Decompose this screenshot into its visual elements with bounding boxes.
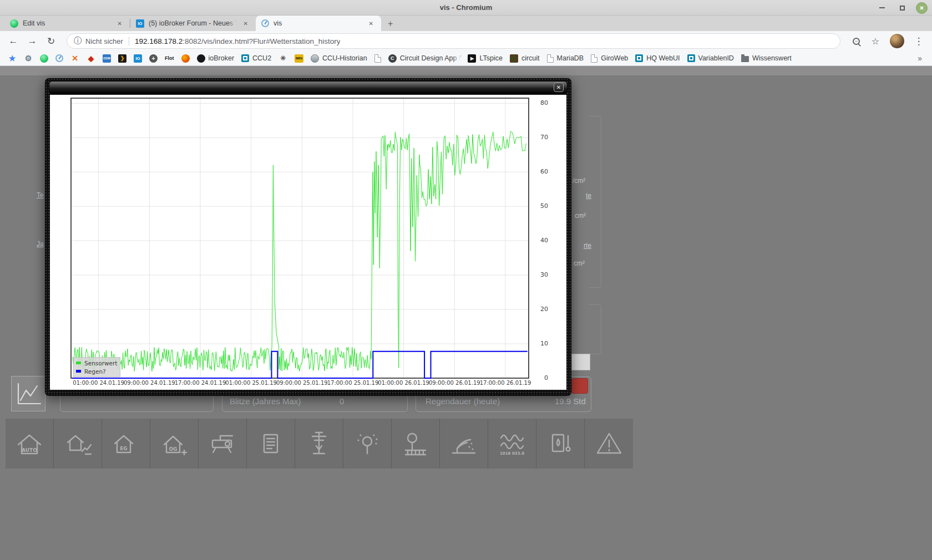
bookmark-plus[interactable]: + bbox=[149, 54, 158, 63]
bookmark-label: CCU-Historian bbox=[322, 54, 367, 62]
house-auto-icon: AUTO bbox=[14, 428, 45, 459]
bg-value-regendauer: 19.9 Std bbox=[555, 396, 586, 406]
star-blue-icon: ★ bbox=[8, 54, 17, 63]
new-tab-button[interactable]: + bbox=[381, 19, 399, 31]
bookmark-label: circuit bbox=[521, 54, 540, 62]
bookmark-gauge[interactable] bbox=[55, 54, 63, 62]
bg-button-fragment bbox=[571, 354, 590, 370]
bookmark-imdb[interactable]: IMDb bbox=[295, 54, 303, 63]
bookmark-flot[interactable]: Flot bbox=[165, 54, 174, 63]
io-icon: IO bbox=[134, 54, 142, 63]
bookmark-star[interactable]: ★ bbox=[8, 54, 17, 63]
window-restore-button[interactable] bbox=[896, 2, 908, 14]
bookmark-osm[interactable]: OSM bbox=[103, 54, 111, 63]
page-viewport: Te Ja /cm² te cm² rte cm² Blitze (Jahres… bbox=[0, 66, 932, 560]
omnibox-divider bbox=[129, 37, 129, 45]
bookmark-hq-webui[interactable]: HQ WebUI bbox=[635, 54, 680, 62]
bookmark-label: LTspice bbox=[479, 54, 502, 62]
bg-container-edge-1 bbox=[589, 116, 601, 288]
tab-vis[interactable]: vis✕ bbox=[256, 16, 381, 31]
dialog-titlebar[interactable]: ✕ bbox=[49, 81, 568, 94]
bookmark-label: GiroWeb bbox=[601, 54, 628, 62]
warning-icon bbox=[594, 428, 625, 459]
window-close-button[interactable]: ✕ bbox=[916, 2, 928, 14]
green-dot-icon bbox=[10, 19, 18, 28]
vis-nav-house-eg[interactable]: EG bbox=[102, 419, 150, 469]
bookmark-ltspice[interactable]: ▶LTspice bbox=[468, 54, 502, 63]
bookmark-ccu-historian[interactable]: CCU-Historian bbox=[311, 54, 367, 63]
tab-close-icon[interactable]: ✕ bbox=[367, 19, 376, 28]
svg-text:1018 033.8: 1018 033.8 bbox=[500, 451, 524, 456]
vis-nav-weather-station[interactable] bbox=[295, 419, 343, 469]
reload-button[interactable]: ↻ bbox=[43, 33, 59, 49]
teal-box-icon bbox=[635, 54, 643, 62]
vis-nav-printer[interactable] bbox=[247, 419, 295, 469]
bookmark-star-icon[interactable]: ☆ bbox=[868, 33, 883, 49]
bookmark-label: CCU2 bbox=[252, 54, 271, 62]
zoom-indicator-icon[interactable]: − bbox=[853, 38, 860, 45]
bookmark-wissenswert[interactable]: Wissenswert bbox=[741, 54, 792, 62]
page-icon bbox=[547, 54, 554, 63]
vis-nav-heating[interactable] bbox=[536, 419, 585, 469]
bookmark-diamond[interactable]: ◆ bbox=[87, 54, 95, 63]
window-title: vis - Chromium bbox=[0, 3, 932, 12]
fox-icon bbox=[181, 54, 190, 63]
bookmark-io[interactable]: IO bbox=[134, 54, 142, 63]
bookmark-orange-x[interactable]: ✕ bbox=[70, 54, 79, 63]
bookmark-gear[interactable]: ⚙ bbox=[24, 54, 33, 63]
printer-icon bbox=[255, 428, 286, 459]
back-button[interactable]: ← bbox=[6, 33, 21, 49]
bookmark-variablenid[interactable]: VariablenID bbox=[687, 54, 734, 62]
bookmark-circuit-design-app[interactable]: CCircuit Design App f bbox=[388, 54, 461, 63]
dialog-close-button[interactable]: ✕ bbox=[554, 83, 564, 92]
tab-close-icon[interactable]: ✕ bbox=[115, 19, 124, 28]
vis-nav-house-status[interactable] bbox=[54, 419, 102, 469]
bookmark-fox[interactable] bbox=[181, 54, 190, 63]
vis-nav-house-og[interactable]: OG bbox=[150, 419, 199, 469]
bookmark-giroweb[interactable]: GiroWeb bbox=[591, 54, 628, 63]
bookmark-green-dot[interactable] bbox=[40, 54, 48, 63]
y-tick-label: 60 bbox=[527, 168, 548, 175]
vis-nav-warning[interactable] bbox=[585, 419, 633, 469]
bookmark-label: HQ WebUI bbox=[646, 54, 680, 62]
vis-nav-projector[interactable] bbox=[199, 419, 247, 469]
browser-menu-icon[interactable]: ⋮ bbox=[911, 33, 926, 49]
gear-icon: ⚙ bbox=[24, 54, 33, 63]
bookmark-snowflake[interactable]: ✳ bbox=[278, 54, 287, 63]
window-titlebar[interactable]: vis - Chromium ✕ bbox=[0, 0, 932, 16]
vis-nav-house-auto[interactable]: AUTO bbox=[6, 419, 54, 469]
vis-nav-pollen[interactable] bbox=[343, 419, 392, 469]
tab--5-iobroker-forum-neues-[interactable]: IO(5) ioBroker Forum - Neues The✕ bbox=[130, 16, 256, 31]
chart-legend: SensorwertRegen? bbox=[73, 357, 120, 377]
vis-nav-pressure-curves[interactable]: 1018 033.8 bbox=[488, 419, 536, 469]
bg-fragment-left-2: Ja bbox=[37, 240, 45, 248]
y-tick-label: 50 bbox=[527, 202, 548, 210]
bg-container-edge-2 bbox=[589, 304, 601, 354]
site-info-icon[interactable]: ⓘ bbox=[74, 36, 82, 46]
flot-icon: Flot bbox=[165, 54, 174, 63]
window-minimize-button[interactable] bbox=[876, 2, 888, 14]
teal-box-icon bbox=[687, 54, 695, 62]
vis-nav-garden[interactable] bbox=[392, 419, 440, 469]
bookmark-ccu2[interactable]: CCU2 bbox=[241, 54, 271, 62]
tab-close-icon[interactable]: ✕ bbox=[241, 19, 250, 28]
address-bar[interactable]: ⓘ Nicht sicher 192.168.178.2:8082/vis/in… bbox=[67, 33, 840, 49]
bookmarks-overflow-chevron[interactable]: » bbox=[915, 54, 924, 63]
bookmark-plex[interactable]: ❯ bbox=[118, 54, 126, 63]
c-circle-icon: C bbox=[388, 54, 397, 63]
bookmark-circuit[interactable]: circuit bbox=[510, 54, 540, 63]
teal-box-icon bbox=[241, 54, 249, 62]
tab-edit-vis[interactable]: Edit vis✕ bbox=[4, 16, 130, 31]
gauge-icon bbox=[55, 54, 63, 62]
legend-label: Sensorwert bbox=[84, 360, 117, 366]
forward-button[interactable]: → bbox=[24, 33, 40, 49]
bookmark-iobroker[interactable]: ioBroker bbox=[197, 54, 235, 63]
x-tick-label: 17:00:00 26.01.19 bbox=[475, 380, 536, 386]
bookmark-page-blank[interactable] bbox=[374, 54, 381, 63]
bg-value-blitze: 0 bbox=[340, 396, 344, 406]
chart-widget-button[interactable] bbox=[11, 376, 45, 411]
folder-icon bbox=[741, 56, 749, 62]
profile-avatar[interactable] bbox=[890, 34, 904, 48]
bookmark-mariadb[interactable]: MariaDB bbox=[547, 54, 584, 63]
vis-nav-irrigation[interactable] bbox=[440, 419, 488, 469]
